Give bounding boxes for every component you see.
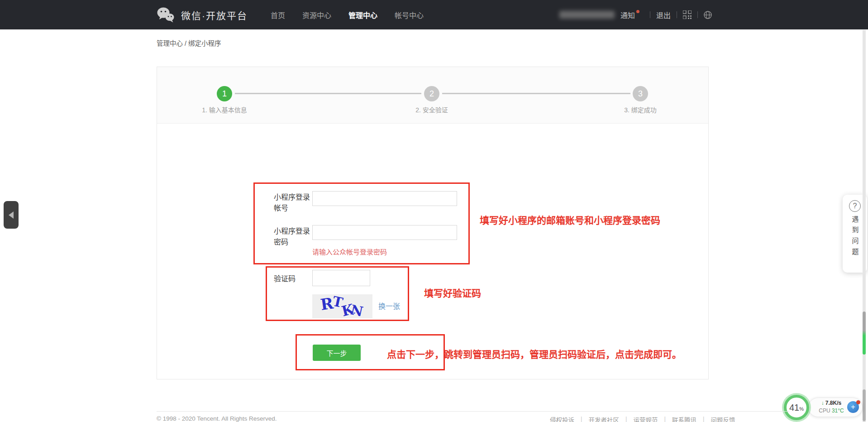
divider (650, 11, 650, 18)
footer-link-contact[interactable]: 联系腾讯 (672, 415, 696, 422)
sidebar-collapse-handle[interactable] (4, 201, 19, 229)
monitor-notification-dot (856, 400, 860, 404)
download-speed: ↓7.8K/s (815, 399, 848, 407)
nav-item-management[interactable]: 管理中心 (348, 10, 377, 20)
footer-divider (157, 411, 789, 412)
globe-language-icon[interactable] (704, 11, 712, 19)
step-indicator: 1 2 3 1. 输入基本信息 2. 安全验证 3. 绑定成功 (157, 67, 708, 124)
annotation-credentials: 填写好小程序的邮箱账号和小程序登录密码 (480, 213, 660, 226)
cpu-label: CPU (819, 408, 830, 414)
annotation-captcha: 填写好验证码 (424, 286, 481, 299)
notice-badge-dot (636, 10, 639, 13)
divider (697, 11, 698, 18)
percent-value: 41 (789, 403, 799, 413)
divider (677, 11, 677, 18)
step-connector (442, 93, 630, 94)
divider: | (664, 415, 666, 422)
logout-link[interactable]: 退出 (656, 10, 671, 20)
brand-title: 微信·开放平台 (181, 8, 248, 22)
divider: | (581, 415, 582, 422)
step-circle-3: 3 (633, 86, 648, 101)
nav-item-resources[interactable]: 资源中心 (302, 10, 331, 20)
top-navbar: 微信·开放平台 首页 资源中心 管理中心 帐号中心 通知 退出 (0, 0, 868, 29)
cpu-temp-value: 31°C (832, 408, 844, 414)
highlight-box-captcha (266, 266, 409, 321)
percent-unit: % (799, 406, 804, 412)
battery-percent-ring[interactable]: 41 % (784, 395, 809, 420)
footer-link-rules[interactable]: 运营规范 (634, 415, 658, 422)
page: 微信·开放平台 首页 资源中心 管理中心 帐号中心 通知 退出 (0, 0, 868, 422)
breadcrumb: 管理中心 / 绑定小程序 (157, 38, 221, 48)
download-arrow-icon: ↓ (821, 400, 824, 406)
step-label-2: 2. 安全验证 (415, 105, 448, 114)
footer-link-community[interactable]: 开发者社区 (589, 415, 620, 422)
help-widget-label: 遇到问题 (850, 216, 860, 259)
divider: | (625, 415, 627, 422)
scrollbar-track[interactable] (863, 30, 866, 422)
nav-links: 首页 资源中心 管理中心 帐号中心 (271, 0, 424, 29)
chevron-left-icon (9, 211, 14, 219)
footer-links: 侵权投诉| 开发者社区| 运营规范| 联系腾讯| 问题反馈 (550, 415, 735, 422)
footer-link-complaint[interactable]: 侵权投诉 (550, 415, 574, 422)
monitor-stats: ↓7.8K/s CPU 31°C (815, 399, 848, 415)
nav-item-account[interactable]: 帐号中心 (395, 10, 424, 20)
divider: | (703, 415, 705, 422)
notice-link[interactable]: 通知 (620, 10, 635, 20)
step-connector (235, 93, 421, 94)
step-circle-1: 1 (217, 86, 232, 101)
footer-copyright: © 1998 - 2020 Tencent. All Rights Reserv… (157, 415, 277, 422)
annotation-next: 点击下一步，跳转到管理员扫码，管理员扫码验证后，点击完成即可。 (387, 347, 682, 360)
footer-link-feedback[interactable]: 问题反馈 (711, 415, 735, 422)
brand[interactable]: 微信·开放平台 (157, 0, 248, 29)
qr-code-icon[interactable] (683, 10, 692, 19)
question-icon: ? (849, 200, 861, 212)
scrollbar-marker[interactable] (863, 312, 866, 355)
scrollbar-thumb[interactable] (863, 389, 866, 421)
step-label-3: 3. 绑定成功 (624, 105, 657, 114)
step-label-1: 1. 输入基本信息 (202, 105, 247, 114)
step-circle-2: 2 (424, 86, 439, 101)
username-redacted[interactable] (559, 11, 615, 19)
wechat-logo-icon (157, 7, 175, 23)
highlight-box-credentials (253, 182, 470, 264)
nav-item-home[interactable]: 首页 (271, 10, 285, 20)
nav-right: 通知 退出 (559, 0, 712, 29)
download-speed-value: 7.8K/s (825, 400, 841, 406)
cpu-temp-row: CPU 31°C (815, 407, 848, 415)
